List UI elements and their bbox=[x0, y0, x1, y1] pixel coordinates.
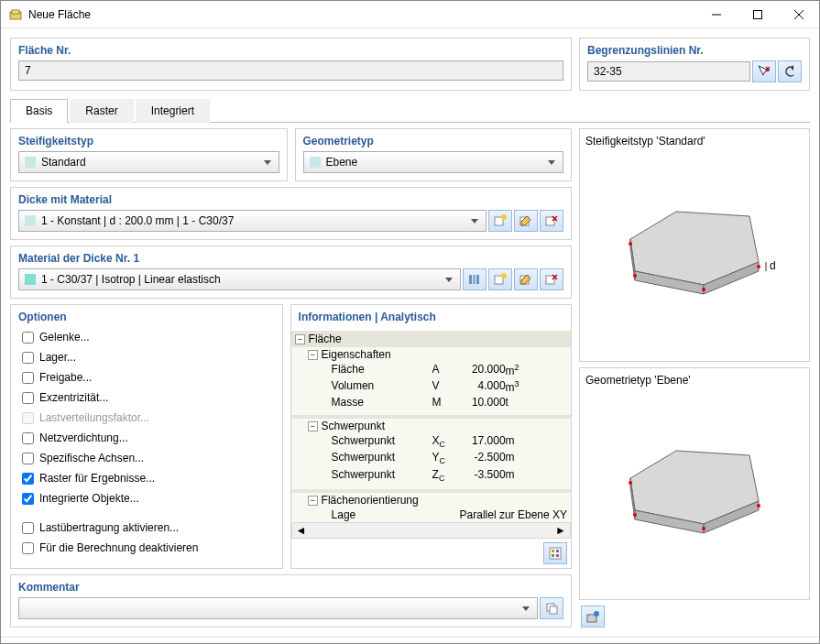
app-icon bbox=[8, 7, 23, 22]
svg-point-34 bbox=[629, 242, 632, 246]
info-panel: Informationen | Analytisch −Fläche −Eige… bbox=[290, 304, 572, 569]
axes-checkbox[interactable] bbox=[22, 453, 34, 464]
delete-thickness-button[interactable] bbox=[540, 210, 563, 232]
eccentricity-checkbox[interactable] bbox=[22, 392, 34, 404]
svg-text:d: d bbox=[770, 259, 776, 272]
surface-no-label: Fläche Nr. bbox=[18, 44, 563, 57]
material-dropdown[interactable]: 1 - C30/37 | Isotrop | Linear elastisch bbox=[18, 268, 461, 290]
geometry-preview: Geometrietyp 'Ebene' bbox=[579, 367, 810, 601]
color-swatch bbox=[25, 215, 36, 226]
geometry-preview-title: Geometrietyp 'Ebene' bbox=[585, 374, 804, 387]
deactivate-checkbox[interactable] bbox=[22, 542, 34, 554]
surface-no-input[interactable]: 7 bbox=[18, 60, 563, 81]
new-material-button[interactable] bbox=[488, 268, 512, 290]
delete-material-button[interactable] bbox=[540, 268, 563, 290]
comment-dropdown[interactable] bbox=[18, 597, 538, 619]
mesh-checkbox[interactable] bbox=[22, 432, 34, 444]
svg-rect-29 bbox=[550, 606, 557, 614]
svg-point-45 bbox=[757, 504, 760, 508]
svg-rect-14 bbox=[469, 275, 472, 284]
tab-integriert[interactable]: Integriert bbox=[136, 99, 210, 123]
footer: ? 0,00 fx OK Abbrechen Anwenden & weiter bbox=[1, 637, 819, 644]
material-label: Material der Dicke Nr. 1 bbox=[18, 252, 563, 265]
collapse-icon[interactable]: − bbox=[308, 421, 318, 431]
svg-point-9 bbox=[501, 214, 507, 220]
geometry-dropdown[interactable]: Ebene bbox=[303, 151, 564, 173]
comment-panel: Kommentar bbox=[10, 574, 572, 628]
thickness-panel: Dicke mit Material 1 - Konstant | d : 20… bbox=[10, 187, 572, 240]
svg-rect-1 bbox=[12, 10, 19, 14]
collapse-icon[interactable]: − bbox=[308, 496, 318, 506]
collapse-icon[interactable]: − bbox=[308, 350, 318, 360]
preview-settings-button[interactable] bbox=[581, 606, 605, 628]
new-thickness-button[interactable] bbox=[488, 210, 512, 232]
info-extra-button[interactable] bbox=[543, 542, 567, 564]
svg-rect-24 bbox=[552, 550, 554, 552]
material-panel: Material der Dicke Nr. 1 1 - C30/37 | Is… bbox=[10, 246, 572, 299]
svg-rect-20 bbox=[546, 276, 554, 284]
geometry-label: Geometrietyp bbox=[303, 135, 564, 147]
horizontal-scrollbar[interactable]: ◄► bbox=[291, 522, 571, 539]
library-button[interactable] bbox=[463, 268, 487, 290]
edit-thickness-button[interactable] bbox=[514, 210, 538, 232]
comment-label: Kommentar bbox=[18, 581, 563, 594]
geometry-panel: Geometrietyp Ebene bbox=[295, 128, 573, 181]
scroll-right-icon[interactable]: ► bbox=[555, 524, 566, 537]
stiffness-preview-title: Steifigkeitstyp 'Standard' bbox=[585, 135, 804, 147]
stiffness-panel: Steifigkeitstyp Standard bbox=[10, 128, 288, 181]
svg-point-18 bbox=[501, 273, 507, 278]
boundary-input[interactable]: 32-35 bbox=[587, 61, 750, 82]
color-swatch bbox=[25, 274, 36, 285]
svg-point-35 bbox=[757, 265, 760, 268]
titlebar: Neue Fläche bbox=[1, 1, 819, 28]
boundary-label: Begrenzungslinien Nr. bbox=[587, 44, 802, 57]
dialog-window: Neue Fläche Fläche Nr. 7 Begrenzungslini… bbox=[0, 0, 820, 644]
stiffness-dropdown[interactable]: Standard bbox=[18, 151, 279, 173]
svg-rect-11 bbox=[546, 217, 554, 225]
svg-point-36 bbox=[633, 274, 637, 278]
window-title: Neue Fläche bbox=[28, 8, 695, 21]
supports-checkbox[interactable] bbox=[22, 352, 34, 364]
maximize-button[interactable] bbox=[737, 1, 778, 27]
stiffness-preview: Steifigkeitstyp 'Standard' d bbox=[579, 128, 810, 362]
close-button[interactable] bbox=[778, 1, 819, 27]
boundary-panel: Begrenzungslinien Nr. 32-35 bbox=[579, 38, 810, 91]
svg-rect-15 bbox=[473, 275, 476, 284]
collapse-icon[interactable]: − bbox=[295, 334, 305, 344]
svg-rect-26 bbox=[552, 554, 554, 557]
svg-point-46 bbox=[633, 513, 637, 517]
options-panel: Optionen Gelenke... Lager... Freigabe...… bbox=[10, 304, 283, 569]
svg-point-49 bbox=[594, 611, 599, 617]
color-swatch bbox=[25, 157, 36, 168]
transfer-checkbox[interactable] bbox=[22, 522, 34, 534]
tab-basis[interactable]: Basis bbox=[10, 99, 68, 123]
grid-checkbox[interactable] bbox=[22, 473, 34, 485]
info-tree[interactable]: −Fläche −Eigenschaften FlächeA20.000m2 V… bbox=[291, 331, 571, 522]
integrated-checkbox[interactable] bbox=[22, 493, 34, 505]
svg-point-44 bbox=[629, 481, 632, 485]
thickness-dropdown[interactable]: 1 - Konstant | d : 200.0 mm | 1 - C30/37 bbox=[18, 210, 487, 232]
comment-copy-button[interactable] bbox=[540, 597, 563, 619]
loaddist-checkbox bbox=[22, 412, 34, 424]
pick-lines-button[interactable] bbox=[752, 60, 776, 82]
minimize-button[interactable] bbox=[695, 1, 737, 27]
tab-raster[interactable]: Raster bbox=[70, 99, 133, 123]
scroll-left-icon[interactable]: ◄ bbox=[296, 524, 307, 537]
joints-checkbox[interactable] bbox=[22, 332, 34, 344]
release-checkbox[interactable] bbox=[22, 372, 34, 384]
svg-rect-16 bbox=[476, 275, 479, 284]
geometry-preview-icon bbox=[603, 423, 786, 561]
thickness-label: Dicke mit Material bbox=[18, 193, 563, 206]
reverse-button[interactable] bbox=[778, 60, 802, 82]
svg-rect-23 bbox=[550, 548, 561, 559]
svg-rect-27 bbox=[556, 554, 559, 557]
svg-point-47 bbox=[702, 527, 705, 530]
info-label: Informationen | Analytisch bbox=[291, 305, 571, 327]
svg-rect-25 bbox=[556, 550, 559, 552]
svg-point-37 bbox=[702, 288, 705, 291]
options-label: Optionen bbox=[18, 311, 275, 323]
tab-strip: Basis Raster Integriert bbox=[10, 98, 810, 123]
color-swatch bbox=[310, 157, 321, 168]
edit-material-button[interactable] bbox=[514, 268, 538, 290]
stiffness-label: Steifigkeitstyp bbox=[18, 135, 279, 147]
